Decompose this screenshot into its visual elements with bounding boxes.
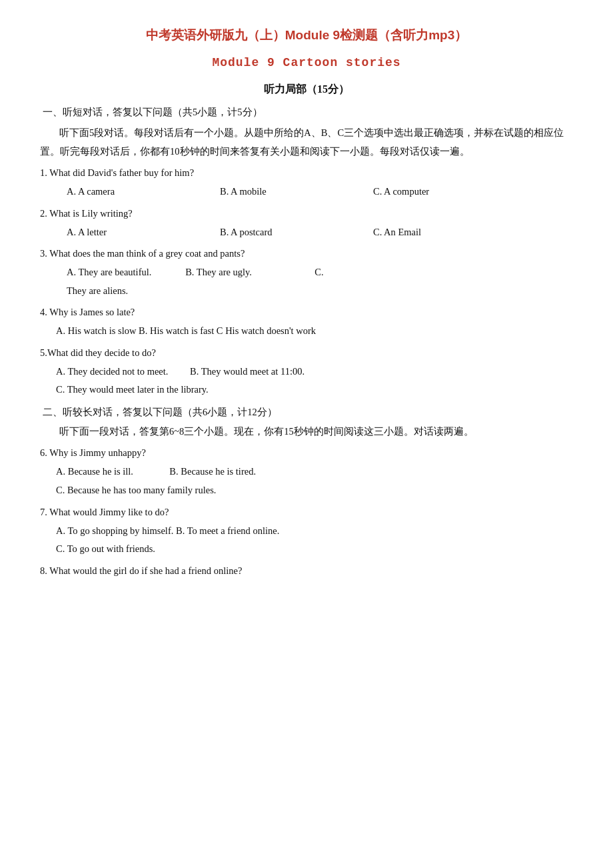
q2-options: A. A letter B. A postcard C. An Email [40,223,573,242]
question-6: 6. Why is Jimmy unhappy? A. Because he i… [40,447,573,499]
question-4: 4. Why is James so late? A. His watch is… [40,307,573,341]
q7-options: A. To go shopping by himself. B. To meet… [40,522,573,559]
q1-options: A. A camera B. A mobile C. A computer [40,183,573,201]
question-2: 2. What is Lily writing? A. A letter B. … [40,208,573,242]
q2-option-a: A. A letter [67,223,213,242]
q6-option-b: B. Because he is tired. [169,466,256,477]
q3-options: A. They are beautiful. B. They are ugly.… [40,263,573,300]
question-8: 8. What would the girl do if she had a f… [40,565,573,577]
q3-option-c: C. [314,267,323,277]
q5-options: A. They decided not to meet. B. They wou… [40,363,573,399]
part1-intro: 一、听短对话，答复以下问题（共5小题，计5分） [40,106,573,119]
module-title: Module 9 Cartoon stories [40,56,573,69]
q6-option-ab: A. Because he is ill. B. Because he is t… [56,463,573,481]
q2-option-c: C. An Email [373,223,520,242]
q3-option-c-text: They are aliens. [67,285,128,296]
q6-text: 6. Why is Jimmy unhappy? [40,447,573,459]
q6-option-a: A. Because he is ill. [56,466,133,477]
question-5: 5.What did they decide to do? A. They de… [40,347,573,399]
q3-text: 3. What does the man think of a grey coa… [40,248,573,259]
question-1: 1. What did David's father buy for him? … [40,167,573,201]
q4-text: 4. Why is James so late? [40,307,573,318]
q1-option-c: C. A computer [373,183,520,201]
q7-option-ab: A. To go shopping by himself. B. To meet… [56,522,573,541]
main-title: 中考英语外研版九（上）Module 9检测题（含听力mp3） [40,27,573,44]
q8-text: 8. What would the girl do if she had a f… [40,565,573,577]
q1-option-b: B. A mobile [220,183,366,201]
q5-option-ab: A. They decided not to meet. B. They wou… [56,363,573,381]
q3-option-a: A. They are beautiful. [67,267,151,277]
question-3: 3. What does the man think of a grey coa… [40,248,573,300]
q5-option-a: A. They decided not to meet. [56,366,168,377]
q2-text: 2. What is Lily writing? [40,208,573,219]
question-7: 7. What would Jimmy like to do? A. To go… [40,507,573,559]
q3-option-b: B. They are ugly. [185,267,252,277]
q7-option-c: C. To go out with friends. [56,540,573,559]
q5-option-c: C. They would meet later in the library. [56,381,573,399]
q2-option-b: B. A postcard [220,223,366,242]
section-title: 听力局部（15分） [40,83,573,97]
q4-options: A. His watch is slow B. His watch is fas… [40,322,573,341]
q5-option-b: B. They would meet at 11:00. [190,366,305,377]
q4-options-inline: A. His watch is slow B. His watch is fas… [56,325,316,336]
q6-option-c: C. Because he has too many family rules. [56,481,573,500]
q7-text: 7. What would Jimmy like to do? [40,507,573,518]
q5-text: 5.What did they decide to do? [40,347,573,359]
q6-options: A. Because he is ill. B. Because he is t… [40,463,573,499]
q1-option-a: A. A camera [67,183,213,201]
part1-desc: 听下面5段对话。每段对话后有一个小题。从题中所给的A、B、C三个选项中选出最正确… [40,124,573,161]
q1-text: 1. What did David's father buy for him? [40,167,573,179]
part2-intro: 二、听较长对话，答复以下问题（共6小题，计12分） [40,406,573,419]
part2-desc: 听下面一段对话，答复第6~8三个小题。现在，你有15秒钟的时间阅读这三小题。对话… [40,423,573,441]
